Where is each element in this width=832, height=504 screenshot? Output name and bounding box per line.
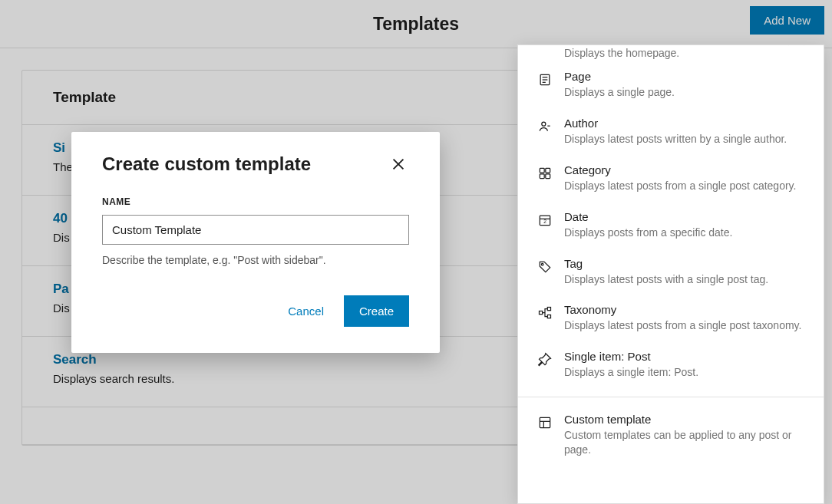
pin-icon (537, 351, 553, 368)
svg-rect-28 (540, 311, 543, 315)
dropdown-item-desc: Displays posts from a specific date. (564, 226, 805, 240)
dropdown-item-desc: Custom templates can be applied to any p… (564, 428, 805, 457)
dropdown-item-date[interactable]: 2 Date Displays posts from a specific da… (518, 203, 824, 249)
name-label: NAME (102, 196, 409, 207)
dropdown-item-title: Custom template (564, 413, 805, 426)
dropdown-item-category[interactable]: Category Displays latest posts from a si… (518, 156, 824, 203)
dropdown-item-title: Page (564, 70, 805, 83)
dropdown-separator (518, 397, 824, 397)
svg-rect-31 (540, 418, 550, 428)
dropdown-prev-desc: Displays the homepage. (518, 47, 824, 62)
svg-rect-30 (547, 315, 550, 318)
svg-rect-29 (547, 308, 550, 311)
dropdown-item-title: Date (564, 210, 805, 223)
tag-icon (537, 259, 553, 275)
author-icon (537, 118, 553, 135)
dropdown-item-desc: Displays latest posts from a single post… (564, 318, 805, 333)
dropdown-item-taxonomy[interactable]: Taxonomy Displays latest posts from a si… (518, 295, 824, 342)
svg-rect-22 (540, 174, 544, 179)
category-icon (537, 165, 553, 182)
dropdown-item-custom-template[interactable]: Custom template Custom templates can be … (518, 405, 824, 466)
date-icon: 2 (537, 212, 553, 229)
dropdown-item-title: Taxonomy (564, 303, 805, 316)
dropdown-item-title: Author (564, 117, 805, 130)
taxonomy-icon (537, 305, 553, 321)
create-template-modal: Create custom template NAME Describe the… (71, 132, 440, 353)
dropdown-item-author[interactable]: Author Displays latest posts written by … (518, 109, 824, 156)
dropdown-item-title: Tag (564, 257, 805, 270)
dropdown-item-desc: Displays latest posts with a single post… (564, 272, 805, 287)
name-input[interactable] (102, 215, 409, 245)
svg-text:2: 2 (543, 219, 546, 224)
dropdown-item-single-post[interactable]: Single item: Post Displays a single item… (518, 342, 824, 389)
svg-rect-21 (546, 168, 550, 173)
layout-icon (537, 414, 553, 431)
modal-title: Create custom template (102, 153, 311, 175)
svg-point-27 (541, 263, 543, 265)
dropdown-item-title: Category (564, 163, 805, 176)
name-hint: Describe the template, e.g. "Post with s… (102, 254, 409, 266)
dropdown-item-desc: Displays latest posts written by a singl… (564, 132, 805, 147)
create-button[interactable]: Create (344, 295, 409, 327)
close-icon[interactable] (388, 153, 409, 175)
add-new-dropdown: Displays the homepage. Page Displays a s… (517, 44, 824, 504)
dropdown-item-desc: Displays a single item: Post. (564, 365, 805, 380)
svg-rect-20 (540, 168, 544, 173)
dropdown-item-desc: Displays a single page. (564, 85, 805, 100)
cancel-button[interactable]: Cancel (283, 298, 329, 324)
dropdown-item-desc: Displays latest posts from a single post… (564, 179, 805, 193)
dropdown-item-title: Single item: Post (564, 350, 805, 363)
svg-rect-23 (546, 174, 550, 179)
dropdown-item-page[interactable]: Page Displays a single page. (518, 62, 824, 109)
dropdown-item-tag[interactable]: Tag Displays latest posts with a single … (518, 249, 824, 296)
page-icon (537, 71, 553, 88)
svg-point-18 (542, 122, 546, 126)
